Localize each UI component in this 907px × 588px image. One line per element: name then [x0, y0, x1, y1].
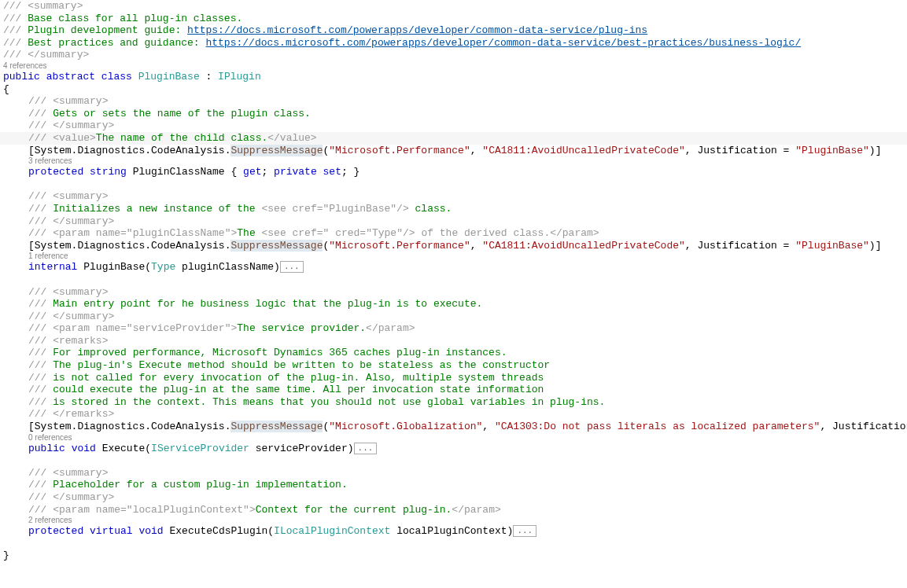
plugin-class-name-prop: protected string PluginClassName { get; …	[0, 166, 907, 178]
doc-init: Initializes a new instance of the	[53, 203, 255, 215]
references-4[interactable]: 4 references	[0, 61, 907, 71]
execute-method: public void Execute(IServiceProvider ser…	[0, 443, 907, 455]
brace-close: }	[0, 549, 907, 562]
references-2[interactable]: 2 references	[0, 516, 907, 525]
pluginbase-ctor: internal PluginBase(Type pluginClassName…	[0, 261, 907, 274]
doc-plugin-guide: Plugin development guide:	[28, 24, 181, 36]
summary-close: </summary>	[28, 49, 89, 61]
doc-base-class: Base class for all plug-in classes.	[28, 13, 242, 24]
class-declaration: public abstract class PluginBase : IPlug…	[0, 71, 907, 83]
references-1[interactable]: 1 reference	[0, 252, 907, 261]
collapse-icon[interactable]: ...	[354, 443, 378, 454]
summary-open: <summary>	[28, 0, 83, 12]
doc-placeholder: Placeholder for a custom plug-in impleme…	[53, 479, 347, 491]
collapse-icon[interactable]: ...	[280, 261, 304, 273]
suppress-attribute-3: [System.Diagnostics.CodeAnalysis.Suppres…	[0, 421, 907, 433]
doc-best-prac: Best practices and guidance:	[28, 37, 199, 49]
best-prac-link[interactable]: https://docs.microsoft.com/powerapps/dev…	[205, 37, 801, 49]
suppress-attribute-1: [System.Diagnostics.CodeAnalysis.Suppres…	[0, 145, 907, 157]
brace-open: {	[0, 83, 907, 96]
doc-gets-sets: Gets or sets the name of the plugin clas…	[53, 108, 311, 119]
xml-doc-prefix: ///	[3, 0, 28, 12]
plugin-guide-link[interactable]: https://docs.microsoft.com/powerapps/dev…	[187, 24, 647, 36]
doc-main-entry: Main entry point for he business logic t…	[53, 298, 482, 310]
collapse-icon[interactable]: ...	[513, 525, 536, 537]
doc-value-text: The name of the child class.	[96, 132, 267, 144]
references-0[interactable]: 0 references	[0, 433, 907, 443]
suppress-attribute-2: [System.Diagnostics.CodeAnalysis.Suppres…	[0, 240, 907, 252]
execute-cds-method: protected virtual void ExecuteCdsPlugin(…	[0, 525, 907, 538]
references-3[interactable]: 3 references	[0, 156, 907, 166]
code-editor[interactable]: /// <summary> /// Base class for all plu…	[0, 0, 907, 562]
